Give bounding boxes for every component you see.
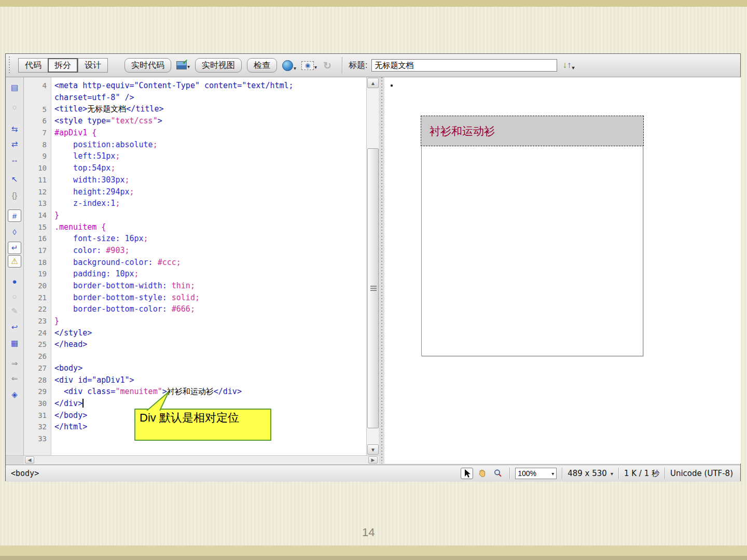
code-line[interactable]: 23} <box>24 315 366 327</box>
menuitem-div-selected[interactable]: 衬衫和运动衫 <box>421 116 644 146</box>
chevron-down-icon: ▾ <box>314 64 317 70</box>
show-head-content-icon[interactable]: ☼ <box>8 100 21 113</box>
highlight-invalid-code-icon[interactable]: ◊ <box>8 226 21 238</box>
code-line[interactable]: charset=utf-8" /> <box>24 92 366 104</box>
move-css-icon[interactable]: ▦ <box>8 337 21 349</box>
open-documents-icon[interactable]: ▤ <box>8 81 21 94</box>
statusbar-separator <box>562 468 562 479</box>
check-browser-compatibility-button[interactable]: ✓ ▾ <box>176 61 190 69</box>
pane-splitter[interactable] <box>379 77 384 464</box>
collapse-full-tag-icon[interactable]: ⇆ <box>8 123 21 135</box>
code-line[interactable]: 15.menuitem { <box>24 221 366 233</box>
code-line[interactable]: 9 left:51px; <box>24 150 366 162</box>
visual-aids-button[interactable]: ◉ ▾ <box>301 61 317 70</box>
code-line[interactable]: 29 <div class="menuitem">衬衫和运动衫</div> <box>24 386 366 398</box>
outdent-code-icon[interactable]: ⇐ <box>8 372 21 385</box>
syntax-error-alerts-icon[interactable]: ⚠ <box>8 255 21 268</box>
vertical-scrollbar-thumb[interactable] <box>367 148 379 428</box>
line-number: 4 <box>24 81 51 90</box>
line-number: 27 <box>24 364 51 372</box>
code-text: <meta http-equiv="Content-Type" content=… <box>51 81 294 90</box>
code-line[interactable]: 4<meta http-equiv="Content-Type" content… <box>24 80 366 92</box>
code-text: #apDiv1 { <box>51 128 96 137</box>
scroll-down-arrow-icon[interactable]: ▼ <box>367 444 379 455</box>
code-line[interactable]: 5<title>无标题文档</title> <box>24 103 366 115</box>
code-line[interactable]: 11 width:303px; <box>24 174 366 186</box>
recent-snippets-icon[interactable]: ↩ <box>8 321 21 333</box>
code-text: position:absolute; <box>51 140 158 149</box>
code-line[interactable]: 30</div> <box>24 398 366 410</box>
expand-all-icon[interactable]: ↔ <box>8 153 21 165</box>
collapse-selection-icon[interactable]: ⇄ <box>8 138 21 150</box>
file-management-button[interactable]: ↓↑▾ <box>562 60 574 71</box>
text-cursor-dot <box>391 85 393 87</box>
code-line[interactable]: 28<div id="apDiv1"> <box>24 374 366 386</box>
code-line[interactable]: 7#apDiv1 { <box>24 127 366 139</box>
code-line[interactable]: 20 border-bottom-width: thin; <box>24 280 366 292</box>
scroll-left-arrow-icon[interactable]: ◀ <box>25 456 34 464</box>
code-line[interactable]: 18 background-color: #ccc; <box>24 256 366 268</box>
hand-tool-button[interactable] <box>476 468 489 479</box>
toolbar-separator <box>342 57 342 74</box>
code-horizontal-scrollbar[interactable]: ◀ ▶ <box>24 455 379 464</box>
code-line[interactable]: 21 border-bottom-style: solid; <box>24 291 366 303</box>
scroll-right-arrow-icon[interactable]: ▶ <box>368 456 378 464</box>
code-line[interactable]: 24</style> <box>24 327 366 339</box>
design-view-pane[interactable]: 衬衫和运动衫 <box>384 77 741 464</box>
scrollbar-grip-icon <box>370 286 377 291</box>
toolbar-grip-handle[interactable] <box>8 57 12 74</box>
format-source-code-icon[interactable]: ◈ <box>8 388 21 401</box>
split-view-button[interactable]: 拆分 <box>48 58 78 73</box>
word-wrap-icon[interactable]: ↵ <box>8 242 21 254</box>
code-text: border-bottom-style: solid; <box>51 293 200 302</box>
preview-in-browser-button[interactable]: ▾ <box>282 60 296 71</box>
document-toolbar: 代码 拆分 设计 实时代码 ✓ ▾ 实时视图 检查 ▾ ◉ ▾ ↻ 标题: ↓↑… <box>6 54 740 77</box>
code-line[interactable]: 27<body> <box>24 362 366 374</box>
line-number: 15 <box>24 223 51 231</box>
window-size-value[interactable]: 489 x 530 <box>568 469 607 478</box>
live-code-button[interactable]: 实时代码 <box>125 58 171 73</box>
document-title-input[interactable] <box>371 59 557 72</box>
code-text: .menuitem { <box>51 222 106 232</box>
code-editor-pane[interactable]: 4<meta http-equiv="Content-Type" content… <box>24 77 366 455</box>
code-line[interactable]: 12 height:294px; <box>24 186 366 198</box>
tag-selector-body[interactable]: <body> <box>11 469 39 478</box>
code-line[interactable]: 22 border-bottom-color: #666; <box>24 303 366 315</box>
code-line[interactable]: 17 color: #903; <box>24 245 366 257</box>
document-title-label: 标题: <box>349 60 367 71</box>
code-line[interactable]: 25</head> <box>24 339 366 351</box>
slide-bottom-band <box>0 545 747 556</box>
code-view-button[interactable]: 代码 <box>18 58 48 73</box>
code-line[interactable]: 16 font-size: 16px; <box>24 233 366 245</box>
select-parent-tag-icon[interactable]: ↖ <box>8 173 21 186</box>
design-view-button[interactable]: 设计 <box>78 58 108 73</box>
apdiv1-outline[interactable] <box>421 147 643 356</box>
line-number: 28 <box>24 376 51 384</box>
live-view-button[interactable]: 实时视图 <box>195 58 242 73</box>
line-number: 17 <box>24 246 51 255</box>
line-numbers-icon[interactable]: # <box>8 209 21 222</box>
code-line[interactable]: 6<style type="text/css"> <box>24 115 366 127</box>
code-line[interactable]: 8 position:absolute; <box>24 138 366 150</box>
line-number: 23 <box>24 317 51 325</box>
code-line[interactable]: 13 z-index:1; <box>24 198 366 209</box>
indent-code-icon[interactable]: ⇒ <box>8 357 21 370</box>
chevron-down-icon: ▾ <box>294 65 296 71</box>
wrap-tag-icon[interactable]: ✎ <box>8 305 21 317</box>
zoom-tool-button[interactable] <box>492 468 504 479</box>
select-tool-button[interactable] <box>461 468 473 479</box>
code-vertical-scrollbar[interactable]: ▲ ▼ <box>366 77 379 455</box>
scroll-up-arrow-icon[interactable]: ▲ <box>367 78 379 88</box>
apply-comment-icon[interactable]: ● <box>8 275 21 287</box>
inspect-button[interactable]: 检查 <box>247 58 277 73</box>
balance-braces-icon[interactable]: {} <box>8 189 21 201</box>
slide-page-number: 14 <box>362 526 375 539</box>
code-line[interactable]: 19 padding: 10px; <box>24 268 366 280</box>
line-number: 33 <box>24 435 51 443</box>
code-line[interactable]: 10 top:54px; <box>24 162 366 174</box>
remove-comment-icon[interactable]: ○ <box>8 290 21 302</box>
zoom-level-select[interactable]: 100% ▾ <box>515 468 557 479</box>
code-line[interactable]: 14} <box>24 209 366 221</box>
code-line[interactable]: 26 <box>24 351 366 362</box>
line-number: 9 <box>24 152 51 160</box>
